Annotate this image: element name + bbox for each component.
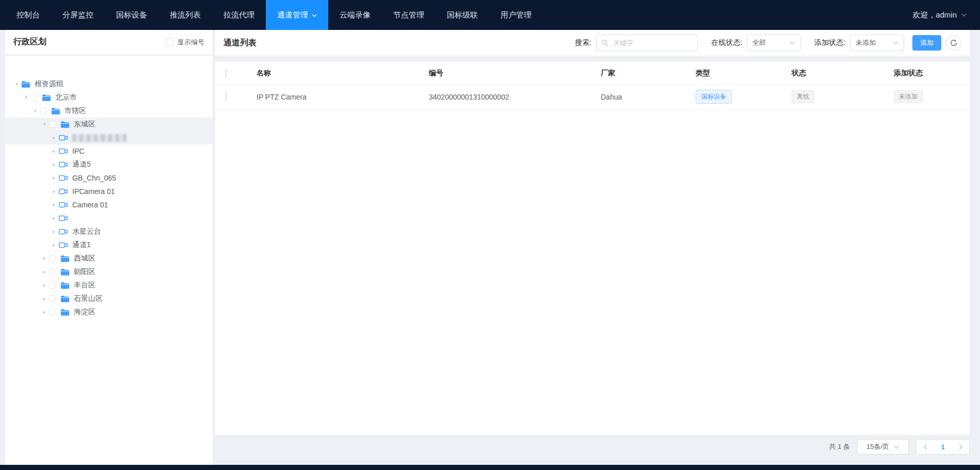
chevron-down-icon bbox=[893, 41, 898, 45]
tree-row[interactable]: ▸ 通道1 bbox=[5, 238, 213, 252]
caret-icon[interactable]: ▸ bbox=[50, 144, 58, 158]
nav-tab-分屏监控[interactable]: 分屏监控 bbox=[51, 0, 105, 30]
tree-label: 根资源组 bbox=[35, 79, 63, 89]
caret-icon[interactable]: ▾ bbox=[22, 91, 30, 104]
caret-icon[interactable]: ▸ bbox=[50, 185, 58, 198]
nav-tab-label: 拉流代理 bbox=[223, 10, 254, 20]
nav-tab-云端录像[interactable]: 云端录像 bbox=[328, 0, 382, 30]
folder-icon bbox=[60, 255, 70, 263]
nav-tab-通道管理[interactable]: 通道管理 bbox=[266, 0, 328, 30]
col-type: 类型 bbox=[696, 69, 792, 78]
tree-row[interactable]: ▾ 东城区 bbox=[5, 118, 213, 131]
tree-label: 西城区 bbox=[74, 254, 95, 263]
select-all-checkbox[interactable] bbox=[226, 69, 227, 78]
add-status-badge: 未添加 bbox=[894, 90, 923, 103]
radio-icon[interactable] bbox=[40, 107, 47, 115]
nav-tab-推流列表[interactable]: 推流列表 bbox=[158, 0, 212, 30]
folder-icon bbox=[60, 282, 70, 289]
radio-icon[interactable] bbox=[49, 121, 56, 128]
nav-tab-label: 分屏监控 bbox=[62, 10, 93, 20]
next-page-button[interactable] bbox=[952, 440, 969, 454]
nav-tab-拉流代理[interactable]: 拉流代理 bbox=[212, 0, 266, 30]
caret-icon[interactable]: ▸ bbox=[40, 265, 49, 279]
tree-row[interactable]: ▸ IPCamera 01 bbox=[5, 185, 213, 198]
show-number-toggle[interactable]: 显示编号 bbox=[166, 38, 204, 47]
refresh-button[interactable] bbox=[946, 35, 961, 51]
radio-icon[interactable] bbox=[49, 309, 56, 316]
refresh-icon bbox=[950, 39, 957, 46]
nav-tab-label: 通道管理 bbox=[277, 10, 308, 20]
col-name: 名称 bbox=[256, 69, 429, 78]
camera-icon bbox=[58, 228, 68, 236]
row-checkbox[interactable] bbox=[226, 92, 227, 102]
add-status-label: 添加状态: bbox=[814, 38, 845, 47]
caret-icon[interactable]: ▸ bbox=[50, 171, 58, 185]
chevron-down-icon bbox=[961, 13, 967, 17]
table-row[interactable]: IP PTZ Camera 34020000001310000002 Dahua… bbox=[215, 85, 970, 109]
nav-tab-国标级联[interactable]: 国标级联 bbox=[436, 0, 489, 30]
page-size-value: 15条/页 bbox=[866, 442, 889, 451]
caret-icon[interactable]: ▸ bbox=[40, 305, 49, 319]
tree-row[interactable]: ▸ GB_Chn_065 bbox=[5, 171, 213, 185]
prev-page-button[interactable] bbox=[917, 440, 934, 454]
camera-icon bbox=[58, 160, 68, 169]
tree-label: GB_Chn_065 bbox=[72, 174, 116, 182]
online-status-label: 在线状态: bbox=[711, 38, 742, 47]
tree-row[interactable]: ▸ 丰台区 bbox=[5, 279, 213, 292]
col-vendor: 厂家 bbox=[601, 69, 696, 78]
nav-tab-节点管理[interactable]: 节点管理 bbox=[382, 0, 436, 30]
tree-row[interactable]: ▸ bbox=[5, 212, 213, 225]
tree-row[interactable]: ▸ 海淀区 bbox=[5, 305, 213, 319]
caret-icon[interactable]: ▸ bbox=[50, 212, 58, 225]
radio-icon[interactable] bbox=[49, 282, 56, 289]
region-panel-title: 行政区划 bbox=[13, 37, 46, 47]
caret-icon[interactable]: ▾ bbox=[12, 77, 21, 91]
nav-tab-国标设备[interactable]: 国标设备 bbox=[105, 0, 158, 30]
caret-icon[interactable]: ▸ bbox=[40, 252, 49, 265]
caret-icon[interactable]: ▸ bbox=[50, 225, 58, 238]
caret-icon[interactable]: ▾ bbox=[40, 118, 49, 131]
caret-icon[interactable]: ▸ bbox=[50, 158, 58, 171]
caret-icon[interactable]: ▸ bbox=[50, 131, 58, 144]
search-box bbox=[596, 35, 698, 51]
tree-row[interactable]: ▸ 通道5 bbox=[5, 158, 213, 171]
current-page[interactable]: 1 bbox=[934, 443, 952, 451]
search-input[interactable] bbox=[612, 39, 693, 47]
tree-row[interactable]: ▸ bbox=[5, 131, 213, 144]
page-size-select[interactable]: 15条/页 bbox=[857, 439, 909, 455]
tree-row[interactable]: ▾ 市辖区 bbox=[5, 104, 213, 118]
tree-row[interactable]: ▸ Camera 01 bbox=[5, 198, 213, 212]
tree-row[interactable]: ▸ IPC bbox=[5, 144, 213, 158]
camera-icon bbox=[58, 174, 68, 182]
caret-icon[interactable]: ▸ bbox=[50, 238, 58, 252]
radio-icon[interactable] bbox=[30, 94, 38, 101]
caret-icon[interactable]: ▸ bbox=[40, 292, 49, 305]
camera-icon bbox=[58, 134, 68, 142]
tree-row[interactable]: ▾ 根资源组 bbox=[5, 77, 213, 91]
camera-icon bbox=[58, 214, 68, 222]
bottom-bar bbox=[0, 465, 980, 470]
add-button[interactable]: 添加 bbox=[912, 35, 941, 51]
tree-row[interactable]: ▸ 西城区 bbox=[5, 252, 213, 265]
radio-icon[interactable] bbox=[49, 295, 56, 302]
user-menu[interactable]: 欢迎，admin bbox=[912, 0, 967, 30]
add-status-select[interactable]: 未添加 bbox=[850, 35, 904, 51]
caret-icon[interactable]: ▸ bbox=[50, 198, 58, 212]
nav-tabs: 控制台 分屏监控 国标设备 推流列表 拉流代理 通道管理 云端录像 节点管理 国… bbox=[5, 0, 543, 30]
search-label: 搜索: bbox=[575, 38, 591, 47]
tree-row[interactable]: ▸ 朝阳区 bbox=[5, 265, 213, 279]
tree-label: Camera 01 bbox=[72, 201, 108, 209]
caret-icon[interactable]: ▸ bbox=[40, 279, 49, 292]
tree-row[interactable]: ▾ 北京市 bbox=[5, 91, 213, 104]
nav-tab-用户管理[interactable]: 用户管理 bbox=[489, 0, 543, 30]
radio-icon[interactable] bbox=[49, 255, 56, 262]
tree-row[interactable]: ▸ 石景山区 bbox=[5, 292, 213, 305]
nav-tab-控制台[interactable]: 控制台 bbox=[5, 0, 51, 30]
add-status-value: 未添加 bbox=[856, 38, 876, 47]
channel-toolbar: 通道列表 搜索: 在线状态: 全部 添加状态: 未添加 添加 bbox=[215, 30, 970, 56]
tree-row[interactable]: ▸ 水星云台 bbox=[5, 225, 213, 238]
radio-icon[interactable] bbox=[49, 268, 56, 275]
show-number-checkbox-icon[interactable] bbox=[166, 38, 173, 46]
online-status-select[interactable]: 全部 bbox=[747, 35, 801, 51]
caret-icon[interactable]: ▾ bbox=[31, 104, 40, 118]
